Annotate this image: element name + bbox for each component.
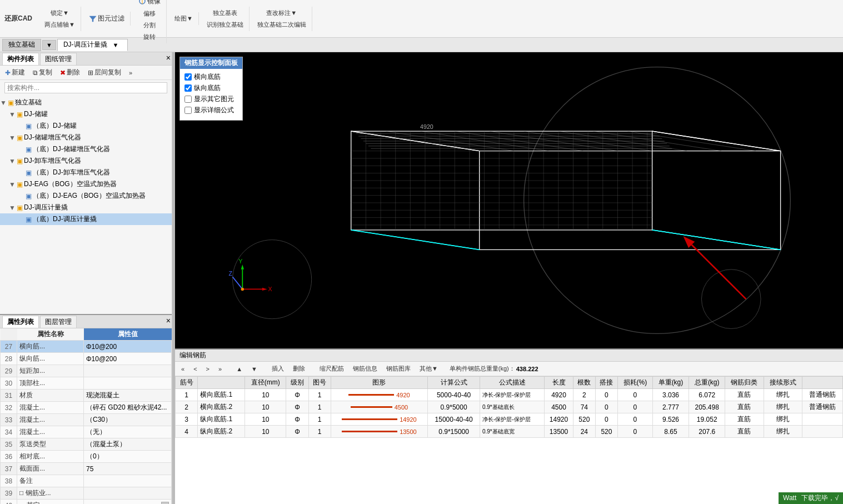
lock-button[interactable]: 锁定▼	[48, 8, 71, 18]
draw-button[interactable]: 绘图▼	[172, 13, 195, 24]
prop-value[interactable]: Φ10@200	[84, 353, 172, 365]
props-row-28[interactable]: 28 纵向筋... Φ10@200	[1, 353, 172, 365]
delete-component-button[interactable]: ✖ 删除	[57, 67, 83, 78]
rebar-horizontal-checkbox[interactable]	[184, 73, 192, 81]
rebar-row-1[interactable]: 1 横向底筋.1 10 Φ 1 4920 5000-40-40 净长-保护层-保…	[176, 389, 843, 401]
rebar-name[interactable]: 横向底筋.1	[198, 389, 245, 401]
split-button[interactable]: 分割	[141, 20, 158, 31]
props-row-31[interactable]: 31 材质 现浇混凝土	[1, 390, 172, 402]
tree-item-dj-unload-vap[interactable]: ▼▣DJ-卸车增压气化器	[0, 155, 172, 167]
prop-value[interactable]	[84, 475, 172, 487]
close-props-button[interactable]: ×	[166, 316, 171, 325]
copy-component-button[interactable]: ⧉ 复制	[30, 67, 55, 78]
close-tree-button[interactable]: ×	[166, 53, 171, 62]
tree-toggle[interactable]: ▼	[0, 99, 8, 107]
tab-dropdown-1[interactable]: ▼	[42, 40, 56, 50]
tree-item-dj-storage-vap[interactable]: ▼▣DJ-储罐增压气化器	[0, 132, 172, 143]
prop-value[interactable]: （碎石 GD20 粗砂水泥42...	[84, 402, 172, 414]
tab-drawing-management[interactable]: 图纸管理	[40, 53, 77, 65]
tree-toggle[interactable]: ▼	[9, 204, 17, 212]
rotate-button[interactable]: 旋转	[141, 32, 158, 42]
prop-value[interactable]: Φ10@200	[84, 341, 172, 353]
tree-toggle[interactable]: ▼	[9, 134, 17, 142]
rebar-formula-checkbox[interactable]	[184, 107, 192, 114]
standalone-base-button[interactable]: 独立基表	[211, 8, 240, 18]
props-row-27[interactable]: 27 横向筋... Φ10@200	[1, 341, 172, 353]
rebar-name[interactable]: 纵向底筋.1	[198, 413, 245, 426]
nav-next-button[interactable]: >	[202, 365, 213, 373]
tab-props-list[interactable]: 属性列表	[2, 316, 39, 328]
expand-cell-button[interactable]: ...	[161, 502, 169, 504]
new-component-button[interactable]: ✚ 新建	[2, 67, 28, 78]
other-button[interactable]: 其他▼	[416, 363, 442, 374]
tree-item-dj-storage-sub[interactable]: ▣（底）DJ-储罐	[0, 120, 172, 132]
tree-toggle[interactable]: ▼	[9, 111, 17, 118]
identify-base-button[interactable]: 识别独立基础	[204, 19, 246, 30]
move-button[interactable]: 偏移	[141, 8, 158, 19]
floor-copy-button[interactable]: ⊞ 层间复制	[85, 67, 124, 78]
rebar-row-3[interactable]: 3 纵向底筋.1 10 Φ 1 14920 15000-40-40 净长-保护层…	[176, 413, 843, 426]
prop-value[interactable]: （混凝土泵）	[84, 438, 172, 451]
props-row-37[interactable]: 37 截面面... 75	[1, 463, 172, 475]
rebar-formula-label[interactable]: 显示详细公式	[184, 106, 238, 115]
prop-value[interactable]: 现浇混凝土	[84, 390, 172, 402]
prop-value[interactable]	[84, 377, 172, 390]
nav-first-button[interactable]: «	[177, 365, 188, 373]
tab-dj-regulator[interactable]: DJ-调压计量撬 ▼	[57, 39, 128, 51]
rebar-library-button[interactable]: 钢筋图库	[382, 363, 415, 374]
prop-value[interactable]	[84, 487, 172, 500]
rebar-horizontal-label[interactable]: 横向底筋	[184, 72, 238, 82]
props-row-32[interactable]: 32 混凝土... （碎石 GD20 粗砂水泥42...	[1, 402, 172, 414]
tree-item-dj-unload-vap-sub[interactable]: ▣（底）DJ-卸车增压气化器	[0, 167, 172, 178]
props-row-35[interactable]: 35 泵送类型 （混凝土泵）	[1, 438, 172, 451]
rebar-row-2[interactable]: 2 横向底筋.2 10 Φ 1 4500 0.9*5000 0.9*基础底长 4…	[176, 401, 843, 413]
tree-item-dj-eag-sub[interactable]: ▣（底）DJ-EAG（BOG）空温式加热器	[0, 190, 172, 202]
tree-toggle[interactable]: ▼	[9, 157, 17, 165]
tree-item-dj-regulator-sub[interactable]: ▣（底）DJ-调压计量撬	[0, 213, 172, 225]
rebar-name[interactable]: 纵向底筋.2	[198, 426, 245, 438]
tree-item-dj-storage[interactable]: ▼▣DJ-储罐	[0, 108, 172, 120]
prop-value[interactable]: （C30）	[84, 414, 172, 426]
tab-component-list[interactable]: 构件列表	[2, 53, 39, 65]
nav-last-button[interactable]: »	[215, 365, 226, 373]
props-row-34[interactable]: 34 混凝土... （无）	[1, 426, 172, 438]
insert-button[interactable]: 插入	[268, 363, 288, 374]
search-input[interactable]	[4, 82, 167, 93]
rebar-row-4[interactable]: 4 纵向底筋.2 10 Φ 1 13500 0.9*15000 0.9*基础底宽…	[176, 426, 843, 438]
tab-close-dropdown[interactable]: ▼	[109, 41, 122, 49]
rebar-other-label[interactable]: 显示其它图元	[184, 94, 238, 104]
props-row-38[interactable]: 38 备注	[1, 475, 172, 487]
tree-more-button[interactable]: »	[126, 68, 135, 77]
tab-layer-management[interactable]: 图层管理	[40, 316, 77, 328]
rebar-vertical-checkbox[interactable]	[184, 84, 192, 92]
download-button[interactable]: ▼	[247, 365, 261, 373]
twopoint-button[interactable]: 两点辅轴▼	[42, 19, 77, 30]
tree-item-dj-storage-vap-sub[interactable]: ▣（底）DJ-储罐增压气化器	[0, 143, 172, 155]
props-row-33[interactable]: 33 混凝土... （C30）	[1, 414, 172, 426]
secondary-edit-button[interactable]: 独立基础二次编辑	[255, 19, 308, 30]
nav-prev-button[interactable]: <	[189, 365, 201, 373]
props-row-29[interactable]: 29 短距加...	[1, 365, 172, 377]
tab-standalone-base[interactable]: 独立基础	[2, 39, 41, 51]
rebar-info-button[interactable]: 钢筋信息	[349, 363, 381, 374]
rebar-other-checkbox[interactable]	[184, 96, 192, 103]
filter-button[interactable]: 图元过滤	[87, 13, 127, 24]
tree-item-dj-regulator[interactable]: ▼▣DJ-调压计量撬	[0, 202, 172, 213]
prop-value[interactable]: 75	[84, 463, 172, 475]
props-row-30[interactable]: 30 顶部柱...	[1, 377, 172, 390]
expand-icon[interactable]: □	[19, 489, 23, 497]
correction-button[interactable]: 查改标注▼	[264, 8, 299, 18]
prop-value[interactable]: （无）	[84, 426, 172, 438]
mirror-button[interactable]: 镜像	[136, 0, 163, 7]
tree-toggle[interactable]: ▼	[9, 181, 17, 188]
prop-value[interactable]: （0）	[84, 451, 172, 463]
tree-item-dj-root[interactable]: ▼▣独立基础	[0, 97, 172, 108]
rebar-name[interactable]: 横向底筋.2	[198, 401, 245, 413]
props-row-36[interactable]: 36 相对底... （0）	[1, 451, 172, 463]
prop-value[interactable]	[84, 365, 172, 377]
props-row-39[interactable]: 39 □ 钢筋业...	[1, 487, 172, 500]
scale-rebar-button[interactable]: 缩尺配筋	[316, 363, 348, 374]
delete-rebar-button[interactable]: 删除	[289, 363, 309, 374]
props-row-40[interactable]: 40 ... 其它... ...	[1, 500, 172, 505]
rebar-vertical-label[interactable]: 纵向底筋	[184, 83, 238, 93]
